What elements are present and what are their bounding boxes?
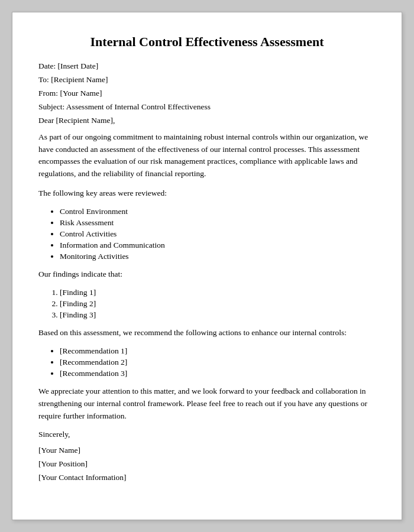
key-areas-list: Control Environment Risk Assessment Cont… bbox=[60, 207, 376, 261]
list-item: [Finding 3] bbox=[60, 310, 376, 320]
recommendations-intro: Based on this assessment, we recommend t… bbox=[38, 327, 376, 339]
to-line: To: [Recipient Name] bbox=[38, 75, 376, 85]
intro-paragraph: As part of our ongoing commitment to mai… bbox=[38, 131, 376, 181]
signature-contact: [Your Contact Information] bbox=[38, 471, 376, 485]
list-item: [Recommendation 2] bbox=[60, 358, 376, 367]
key-areas-intro: The following key areas were reviewed: bbox=[38, 187, 376, 200]
closing-paragraph: We appreciate your attention to this mat… bbox=[38, 385, 376, 423]
from-line: From: [Your Name] bbox=[38, 89, 376, 98]
list-item: [Finding 1] bbox=[60, 288, 376, 297]
list-item: [Recommendation 3] bbox=[60, 369, 376, 378]
date-line: Date: [Insert Date] bbox=[38, 61, 376, 71]
subject-line: Subject: Assessment of Internal Control … bbox=[38, 102, 376, 112]
signature-position: [Your Position] bbox=[38, 458, 376, 471]
findings-list: [Finding 1] [Finding 2] [Finding 3] bbox=[60, 288, 376, 320]
list-item: Information and Communication bbox=[60, 241, 376, 250]
list-item: Control Environment bbox=[60, 207, 376, 216]
list-item: Control Activities bbox=[60, 229, 376, 239]
list-item: Monitoring Activities bbox=[60, 252, 376, 261]
salutation: Dear [Recipient Name], bbox=[38, 116, 376, 125]
document-page: Internal Control Effectiveness Assessmen… bbox=[12, 12, 402, 520]
recommendations-list: [Recommendation 1] [Recommendation 2] [R… bbox=[60, 346, 376, 378]
list-item: Risk Assessment bbox=[60, 218, 376, 228]
closing-word: Sincerely, bbox=[38, 430, 376, 439]
signature-name: [Your Name] bbox=[38, 444, 376, 458]
findings-intro: Our findings indicate that: bbox=[38, 268, 376, 281]
signature-block: [Your Name] [Your Position] [Your Contac… bbox=[38, 444, 376, 485]
list-item: [Recommendation 1] bbox=[60, 346, 376, 356]
list-item: [Finding 2] bbox=[60, 299, 376, 309]
document-title: Internal Control Effectiveness Assessmen… bbox=[38, 34, 376, 51]
